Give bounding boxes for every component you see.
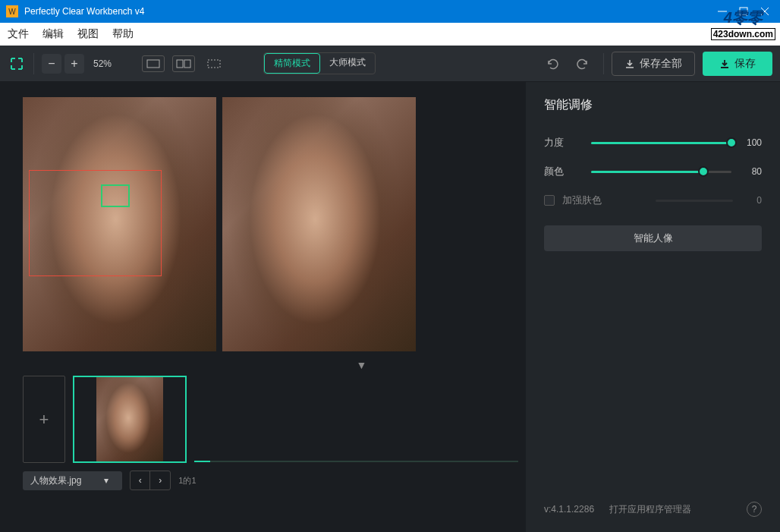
next-image-button[interactable]: › (150, 471, 170, 490)
download-icon (624, 58, 635, 69)
panel-footer: v:4.1.1.2286 打开应用程序管理器 ? (544, 502, 762, 517)
zoom-out-button[interactable]: − (42, 54, 61, 74)
add-image-button[interactable]: + (23, 376, 65, 463)
save-all-label: 保存全部 (640, 57, 682, 71)
enhance-skin-checkbox[interactable] (544, 195, 555, 206)
zoom-value: 52% (93, 58, 112, 69)
main-area: ▼ + 人物效果.jpg ▾ ‹ › 1的1 智能调修 力度 (0, 82, 780, 532)
svg-rect-5 (177, 60, 183, 68)
file-selector[interactable]: 人物效果.jpg ▾ (23, 471, 122, 490)
save-label: 保存 (734, 57, 756, 71)
separator (603, 53, 604, 74)
save-all-button[interactable]: 保存全部 (612, 52, 695, 76)
redo-button[interactable] (571, 52, 596, 76)
color-slider-row: 颜色 80 (544, 165, 762, 178)
menu-view[interactable]: 视图 (77, 27, 99, 41)
view-compare-button[interactable] (203, 55, 225, 72)
open-app-manager-link[interactable]: 打开应用程序管理器 (609, 503, 691, 516)
prev-image-button[interactable]: ‹ (131, 471, 150, 490)
mode-master-button[interactable]: 大师模式 (320, 53, 375, 74)
canvas-area: ▼ + 人物效果.jpg ▾ ‹ › 1的1 (0, 82, 526, 532)
panel-title: 智能调修 (544, 97, 762, 113)
svg-rect-6 (184, 60, 190, 68)
mode-toggle: 精简模式 大师模式 (263, 52, 376, 74)
menu-help[interactable]: 帮助 (112, 27, 134, 41)
mode-simple-button[interactable]: 精简模式 (264, 53, 320, 74)
watermark: 4零零 423down.com (711, 8, 775, 40)
preview-after[interactable] (222, 97, 416, 351)
filmstrip-scrollbar[interactable] (194, 461, 518, 462)
svg-rect-7 (208, 60, 220, 68)
enhance-skin-value: 0 (741, 195, 762, 206)
crop-icon[interactable] (8, 55, 26, 73)
app-icon: W (6, 5, 18, 17)
toolbar: − + 52% 精简模式 大师模式 保存全部 保存 (0, 46, 780, 82)
separator (33, 53, 34, 74)
collapse-filmstrip-icon[interactable]: ▼ (205, 359, 518, 371)
filename-label: 人物效果.jpg (30, 474, 81, 487)
enhance-skin-slider (656, 200, 733, 202)
color-label: 颜色 (544, 165, 582, 178)
help-icon[interactable]: ? (747, 502, 762, 517)
menu-file[interactable]: 文件 (8, 27, 29, 41)
save-button[interactable]: 保存 (703, 52, 772, 76)
view-split-button[interactable] (172, 55, 195, 72)
face-detection-rect (29, 170, 162, 276)
watermark-url: 423down.com (711, 28, 775, 40)
color-slider[interactable] (591, 171, 731, 173)
ai-portrait-button[interactable]: 智能人像 (544, 225, 762, 251)
color-value: 80 (741, 166, 762, 177)
window-titlebar: W Perfectly Clear Workbench v4 (0, 0, 780, 23)
window-title: Perfectly Clear Workbench v4 (24, 6, 713, 17)
view-single-button[interactable] (142, 55, 165, 72)
dropdown-icon: ▾ (104, 475, 109, 486)
strength-slider[interactable] (591, 142, 731, 144)
menubar: 文件 编辑 视图 帮助 4零零 423down.com (0, 23, 780, 46)
page-counter: 1的1 (178, 475, 196, 486)
download-icon (719, 58, 730, 69)
svg-rect-4 (147, 60, 159, 68)
bottom-bar: 人物效果.jpg ▾ ‹ › 1的1 (23, 471, 518, 490)
zoom-in-button[interactable]: + (64, 54, 84, 74)
zoom-controls: − + 52% (42, 54, 112, 74)
preview-row (23, 97, 518, 351)
eye-detection-rect (101, 184, 130, 207)
menu-edit[interactable]: 编辑 (42, 27, 64, 41)
undo-button[interactable] (539, 52, 564, 76)
enhance-skin-label: 加强肤色 (562, 194, 648, 207)
thumbnail-selected[interactable] (73, 376, 187, 463)
strength-label: 力度 (544, 136, 582, 150)
watermark-logo: 4零零 (711, 8, 775, 28)
strength-value: 100 (741, 137, 762, 148)
adjustments-panel: 智能调修 力度 100 颜色 80 加强肤色 0 智能人像 v (526, 82, 780, 532)
enhance-skin-row: 加强肤色 0 (544, 194, 762, 207)
strength-slider-row: 力度 100 (544, 136, 762, 150)
filmstrip: + (23, 376, 518, 463)
nav-group: ‹ › (130, 471, 171, 490)
preview-before[interactable] (23, 97, 216, 351)
version-label: v:4.1.1.2286 (544, 504, 594, 515)
